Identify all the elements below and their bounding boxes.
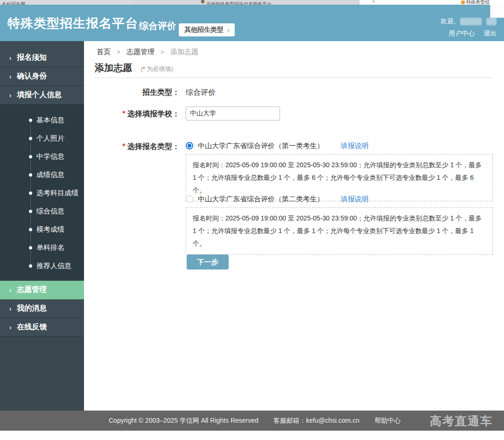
bullet-icon <box>29 210 32 213</box>
breadcrumb-current: 添加志愿 <box>170 48 198 56</box>
breadcrumb: 首页 > 志愿管理 > 添加志愿 <box>97 48 198 57</box>
sidebar-filler <box>0 337 84 412</box>
welcome-label: 欢迎, <box>441 17 455 25</box>
browser-tabstrip: 本科招生网 高校特殊类型招生信息服务平台 × 特殊类型招 <box>0 0 504 5</box>
tab-title: 高校特殊类型招生信息服务平台 <box>206 1 272 5</box>
user-links: 用户中心 退出 <box>0 29 497 38</box>
sidebar-item-elective-scores[interactable]: 选考科目成绩 <box>0 184 84 202</box>
reg-option-1-instructions-link[interactable]: 填报说明 <box>341 142 369 150</box>
enroll-type-value: 综合评价 <box>186 88 216 98</box>
reg-option-2-description: 报名时间：2025-05-09 19:00:00 至 2025-05-30 23… <box>186 207 493 255</box>
sidebar-item-label: 志愿管理 <box>17 285 47 295</box>
redacted-username <box>486 18 497 25</box>
sidebar-item-label: 中学信息 <box>36 152 64 161</box>
sidebar-item-grades-info[interactable]: 成绩信息 <box>0 166 84 184</box>
required-note: (* 为必填项) <box>140 65 173 72</box>
required-star: * <box>122 142 125 150</box>
breadcrumb-volunteer-management[interactable]: 志愿管理 <box>126 48 154 56</box>
watermark-logo: 高考直通车 <box>430 413 493 429</box>
footer-inner: Copyright © 2003–2025 学信网 All Rights Res… <box>109 411 400 431</box>
breadcrumb-home[interactable]: 首页 <box>97 48 111 56</box>
sidebar-item-comprehensive-info[interactable]: 综合信息 <box>0 202 84 220</box>
breadcrumb-separator-icon: > <box>161 49 164 56</box>
bullet-icon <box>29 228 32 231</box>
reg-option-2-label[interactable]: 中山大学广东省综合评价（第二类考生） <box>198 195 324 204</box>
bookmark-label: 特殊类型招 <box>466 0 490 5</box>
radio-unselected-icon[interactable] <box>186 195 193 203</box>
reg-option-1: 中山大学广东省综合评价（第一类考生） 填报说明 <box>186 141 369 150</box>
sidebar-item-subject-ranking[interactable]: 单科排名 <box>0 239 84 257</box>
sidebar-bottom-section: › 志愿管理 › 我的消息 › 在线反馈 <box>0 281 84 337</box>
sidebar-sub-section: 基本信息 个人照片 中学信息 成绩信息 选考科目成绩 综合信息 模考成绩 单科排… <box>0 105 84 281</box>
browser-tab-left[interactable]: 本科招生网 <box>0 0 132 5</box>
reg-option-2: 中山大学广东省综合评价（第二类考生） 填报说明 <box>186 194 369 204</box>
bullet-icon <box>29 137 32 140</box>
sidebar-item-photo[interactable]: 个人照片 <box>0 129 84 148</box>
breadcrumb-separator-icon: > <box>117 49 120 56</box>
sidebar-item-label: 填报个人信息 <box>17 90 62 100</box>
window-corner-overlay <box>490 5 504 18</box>
logout-link[interactable]: 退出 <box>483 29 497 37</box>
sidebar-nav: › 报名须知 › 确认身份 › 填报个人信息 基本信息 个人照片 中学信息 成绩… <box>0 41 84 410</box>
required-star: * <box>122 110 125 118</box>
bullet-icon <box>29 173 32 177</box>
required-star: * <box>143 65 145 72</box>
favicon-icon <box>201 0 204 3</box>
sidebar-item-label: 推荐人信息 <box>36 262 71 270</box>
reg-type-label: * 选择报名类型： <box>95 142 180 152</box>
bullet-icon <box>29 119 32 122</box>
chevron-right-icon: › <box>9 305 11 312</box>
bullet-icon <box>29 155 32 158</box>
sidebar-item-label: 成绩信息 <box>36 170 64 179</box>
bookmark-icon <box>461 0 465 4</box>
sidebar-item-online-feedback[interactable]: › 在线反馈 <box>0 318 84 337</box>
school-label: * 选择填报学校： <box>95 109 180 119</box>
chevron-right-icon: › <box>9 323 11 331</box>
sidebar-top-section: › 报名须知 › 确认身份 › 填报个人信息 <box>0 41 84 105</box>
tab-close-icon[interactable]: × <box>372 0 375 4</box>
sidebar-item-volunteer-management[interactable]: › 志愿管理 <box>0 281 84 299</box>
sidebar-item-mock-exam-scores[interactable]: 模考成绩 <box>0 220 84 239</box>
reg-option-2-instructions-link[interactable]: 填报说明 <box>341 195 369 204</box>
sidebar-item-label: 个人照片 <box>36 134 64 143</box>
sidebar-item-recommender-info[interactable]: 推荐人信息 <box>0 257 84 275</box>
chevron-right-icon: › <box>9 54 11 62</box>
copyright-text: Copyright © 2003–2025 学信网 All Rights Res… <box>109 417 259 425</box>
main-content: 首页 > 志愿管理 > 添加志愿 添加志愿 (* 为必填项) 招生类型： 综合评… <box>84 41 504 411</box>
tab-title: 本科招生网 <box>2 1 25 5</box>
support-email: 客服邮箱：kefu@chsi.com.cn <box>273 417 360 425</box>
page-footer: Copyright © 2003–2025 学信网 All Rights Res… <box>0 411 504 431</box>
app-header: 特殊类型招生报名平台 综合评价 其他招生类型 › 欢迎, 用户中心 退出 <box>0 5 504 41</box>
sidebar-item-identity[interactable]: › 确认身份 <box>0 67 84 86</box>
title-divider <box>95 78 493 78</box>
sidebar-item-notice[interactable]: › 报名须知 <box>0 49 84 67</box>
bullet-icon <box>29 264 32 268</box>
next-step-button[interactable]: 下一步 <box>187 255 229 270</box>
sidebar-item-highschool-info[interactable]: 中学信息 <box>0 148 84 166</box>
sidebar-item-label: 选考科目成绩 <box>36 189 78 198</box>
bookmark-item[interactable]: 特殊类型招 <box>461 0 490 5</box>
sidebar-item-label: 模考成绩 <box>36 225 64 234</box>
user-center-link[interactable]: 用户中心 <box>449 29 475 37</box>
school-label-text: 选择填报学校： <box>127 110 180 118</box>
page-title: 添加志愿 <box>95 63 132 73</box>
welcome-line: 欢迎, <box>0 17 497 26</box>
school-input[interactable] <box>186 106 280 121</box>
radio-selected-icon[interactable] <box>186 142 193 149</box>
chevron-right-icon: › <box>9 72 11 80</box>
reg-option-1-label[interactable]: 中山大学广东省综合评价（第一类考生） <box>198 142 324 150</box>
required-note-text: 为必填项) <box>147 65 173 72</box>
bullet-icon <box>29 246 32 249</box>
browser-tab-active[interactable]: 高校特殊类型招生信息服务平台 <box>132 0 359 5</box>
sidebar-item-label: 确认身份 <box>17 71 47 81</box>
sidebar-item-my-messages[interactable]: › 我的消息 <box>0 299 84 318</box>
sidebar-item-basic-info[interactable]: 基本信息 <box>0 111 84 129</box>
chevron-right-icon: › <box>9 286 11 294</box>
help-center-link[interactable]: 帮助中心 <box>374 417 400 425</box>
sidebar-item-personal-info[interactable]: › 填报个人信息 <box>0 86 84 105</box>
bullet-icon <box>29 192 32 195</box>
reg-type-label-text: 选择报名类型： <box>127 142 180 150</box>
page-root: 本科招生网 高校特殊类型招生信息服务平台 × 特殊类型招 特殊类型招生报名平台 … <box>0 0 504 440</box>
sidebar-item-label: 综合信息 <box>36 207 64 216</box>
enroll-type-label: 招生类型： <box>95 88 180 98</box>
